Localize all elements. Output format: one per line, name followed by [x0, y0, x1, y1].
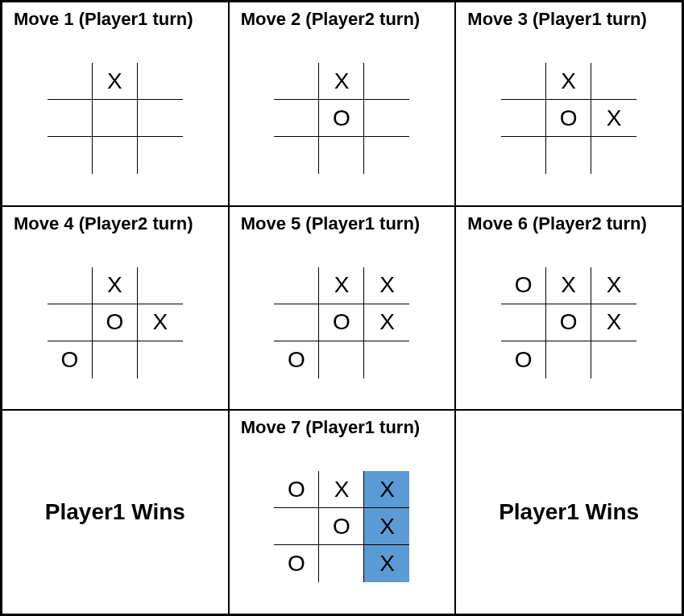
board-cell: X: [546, 267, 591, 304]
board-cell: [48, 137, 93, 174]
move-panel-4: Move 4 (Player2 turn) X O X O: [2, 206, 229, 411]
board-wrap: O X X O X O X: [238, 445, 447, 609]
move-title: Move 3 (Player1 turn): [467, 9, 674, 30]
board-cell: X: [93, 63, 138, 100]
tic-tac-toe-board: X O: [274, 63, 409, 174]
board-cell: X: [591, 304, 636, 341]
board-cell: [319, 137, 364, 174]
move-title: Move 5 (Player1 turn): [241, 213, 447, 234]
board-cell: [501, 100, 546, 137]
board-cell: O: [319, 304, 364, 341]
board-cell: X: [364, 304, 409, 341]
board-cell: O: [319, 100, 364, 137]
board-cell: [274, 304, 319, 341]
move-panel-3: Move 3 (Player1 turn) X O X: [455, 2, 682, 206]
move-panel-6: Move 6 (Player2 turn) O X X O X O: [455, 206, 682, 411]
board-cell: [138, 341, 183, 378]
board-cell: X: [591, 100, 636, 137]
board-wrap: O X X O X O: [464, 241, 674, 404]
board-cell: O: [319, 508, 364, 545]
move-title: Move 1 (Player1 turn): [14, 9, 220, 30]
board-cell: X: [319, 63, 364, 100]
move-panel-1: Move 1 (Player1 turn) X: [2, 2, 229, 206]
board-wrap: X O X: [464, 36, 674, 200]
board-cell: [93, 137, 138, 174]
board-cell: [138, 137, 183, 174]
tic-tac-toe-board: O X X O X O: [501, 267, 636, 378]
board-cell: [93, 100, 138, 137]
move-panel-7: Move 7 (Player1 turn) O X X O X O X: [229, 410, 456, 614]
tic-tac-toe-board: X X O X O: [274, 267, 409, 378]
move-panel-2: Move 2 (Player2 turn) X O: [229, 2, 456, 206]
tic-tac-toe-board: O X X O X O X: [274, 471, 409, 582]
board-cell: X: [364, 508, 409, 545]
board-cell: [591, 341, 636, 378]
board-cell: [364, 100, 409, 137]
board-cell: [138, 63, 183, 100]
board-cell: [319, 341, 364, 378]
board-cell: [274, 63, 319, 100]
board-cell: [274, 100, 319, 137]
board-cell: [591, 63, 636, 100]
board-cell: [364, 137, 409, 174]
game-history-grid: Move 1 (Player1 turn) X Move 2 (Player2 …: [0, 0, 684, 616]
board-cell: [48, 267, 93, 304]
board-cell: X: [138, 304, 183, 341]
board-cell: [48, 100, 93, 137]
move-title: Move 2 (Player2 turn): [241, 9, 447, 30]
tic-tac-toe-board: X O X O: [48, 267, 183, 378]
board-wrap: X X O X O: [238, 241, 447, 404]
board-cell: O: [501, 341, 546, 378]
board-cell: [501, 137, 546, 174]
tic-tac-toe-board: X O X: [501, 63, 636, 174]
board-wrap: X O X O: [10, 241, 220, 404]
board-cell: [501, 63, 546, 100]
board-cell: [591, 137, 636, 174]
board-cell: X: [591, 267, 636, 304]
board-cell: [138, 100, 183, 137]
board-cell: X: [93, 267, 138, 304]
board-cell: [48, 63, 93, 100]
board-cell: X: [319, 471, 364, 508]
result-text: Player1 Wins: [45, 499, 185, 525]
board-cell: [546, 341, 591, 378]
board-cell: O: [93, 304, 138, 341]
move-title: Move 7 (Player1 turn): [241, 417, 447, 438]
board-cell: [48, 304, 93, 341]
board-cell: [138, 267, 183, 304]
move-title: Move 6 (Player2 turn): [467, 213, 674, 234]
board-wrap: X O: [238, 36, 447, 200]
board-cell: X: [546, 63, 591, 100]
board-cell: O: [48, 341, 93, 378]
board-cell: O: [274, 545, 319, 582]
board-cell: [501, 304, 546, 341]
board-cell: O: [546, 304, 591, 341]
board-cell: [274, 267, 319, 304]
board-cell: O: [274, 471, 319, 508]
board-cell: [319, 545, 364, 582]
board-cell: O: [501, 267, 546, 304]
board-cell: X: [364, 267, 409, 304]
board-cell: O: [546, 100, 591, 137]
move-title: Move 4 (Player2 turn): [14, 213, 220, 234]
result-panel-left: Player1 Wins: [2, 410, 229, 614]
result-text: Player1 Wins: [499, 499, 639, 525]
result-panel-right: Player1 Wins: [455, 410, 682, 614]
board-cell: O: [274, 341, 319, 378]
board-wrap: X: [10, 36, 220, 200]
board-cell: [274, 137, 319, 174]
board-cell: [274, 508, 319, 545]
board-cell: X: [364, 545, 409, 582]
board-cell: [364, 341, 409, 378]
tic-tac-toe-board: X: [48, 63, 183, 174]
board-cell: [364, 63, 409, 100]
board-cell: [93, 341, 138, 378]
board-cell: X: [364, 471, 409, 508]
move-panel-5: Move 5 (Player1 turn) X X O X O: [229, 206, 456, 411]
board-cell: X: [319, 267, 364, 304]
board-cell: [546, 137, 591, 174]
